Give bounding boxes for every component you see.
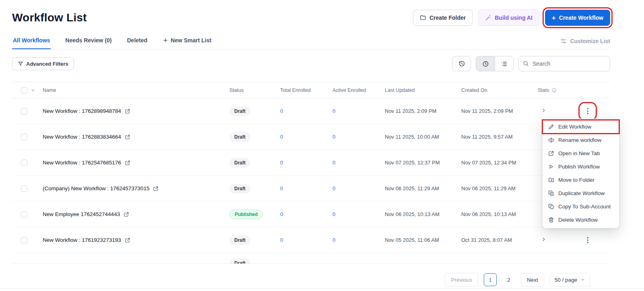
menu-item-open-in-new-tab[interactable]: Open in New Tab bbox=[543, 147, 619, 160]
column-header-total-enrolled: Total Enrolled bbox=[280, 87, 332, 93]
advanced-filters-label: Advanced Filters bbox=[26, 61, 68, 67]
menu-item-copy-to-sub-account[interactable]: Copy To Sub-Account bbox=[543, 200, 619, 213]
pencil-icon bbox=[548, 124, 554, 130]
page-bottom-divider bbox=[0, 288, 644, 289]
create-workflow-button[interactable]: + Create Workflow bbox=[545, 10, 610, 26]
menu-item-edit-workflow[interactable]: Edit Workflow bbox=[543, 120, 619, 133]
tab-all-workflows[interactable]: All Workflows bbox=[12, 35, 51, 49]
active-enrolled-link[interactable]: 0 bbox=[332, 185, 335, 191]
tabs: All Workflows Needs Review (0) Deleted N… bbox=[12, 35, 212, 49]
clock-icon bbox=[482, 60, 489, 67]
history-clock-icon bbox=[458, 60, 465, 67]
last-updated-value: Nov 11 2025, 2:09 PM bbox=[385, 108, 461, 114]
page-title: Workflow List bbox=[12, 11, 87, 24]
workflow-name[interactable]: New Workflow : 1762898948784 bbox=[43, 108, 121, 114]
menu-item-rename-workflow[interactable]: Rename workflow bbox=[543, 133, 619, 147]
list-view-button[interactable] bbox=[495, 56, 513, 71]
row-checkbox[interactable] bbox=[21, 185, 27, 192]
top-bar-actions: Create Folder Build using AI + Create Wo… bbox=[413, 10, 610, 26]
table-row: New Workflow : 1762883834664 Draft 0 0 N… bbox=[12, 124, 610, 150]
create-folder-button[interactable]: Create Folder bbox=[413, 10, 473, 26]
external-link-icon[interactable] bbox=[125, 237, 130, 243]
customize-list-button[interactable]: Customize List bbox=[560, 38, 610, 49]
chevron-right-icon[interactable] bbox=[541, 108, 547, 113]
plus-icon: + bbox=[552, 15, 556, 21]
menu-item-move-to-folder[interactable]: Move to Folder bbox=[543, 173, 619, 187]
tab-deleted[interactable]: Deleted bbox=[126, 35, 148, 49]
rename-icon bbox=[548, 137, 554, 143]
build-using-ai-button[interactable]: Build using AI bbox=[478, 10, 539, 26]
page-2-button[interactable]: 2 bbox=[502, 273, 515, 286]
search-input[interactable] bbox=[518, 56, 610, 71]
new-smart-list-label: New Smart List bbox=[171, 37, 211, 44]
external-link-icon[interactable] bbox=[125, 160, 130, 166]
row-checkbox[interactable] bbox=[21, 237, 27, 243]
menu-item-duplicate-workflow[interactable]: Duplicate Workflow bbox=[543, 187, 619, 200]
active-enrolled-link[interactable]: 0 bbox=[332, 160, 335, 166]
filter-row: Advanced Filters bbox=[12, 56, 610, 71]
tab-needs-review[interactable]: Needs Review (0) bbox=[64, 35, 112, 49]
workflow-table: Name Status Total Enrolled Active Enroll… bbox=[12, 82, 610, 264]
page-size-select[interactable]: 50 / page bbox=[550, 273, 590, 287]
table-row: New Workflow : 1761923273193 Draft 0 0 N… bbox=[12, 227, 610, 253]
status-badge: Draft bbox=[229, 184, 250, 193]
workflow-name[interactable]: (Company) New Workflow : 1762457373015 bbox=[43, 185, 149, 191]
external-link-icon[interactable] bbox=[125, 134, 130, 140]
time-view-button[interactable] bbox=[476, 56, 495, 71]
row-checkbox[interactable] bbox=[21, 108, 27, 114]
active-enrolled-link[interactable]: 0 bbox=[332, 134, 335, 140]
row-menu-button[interactable]: ⋮ bbox=[582, 106, 593, 117]
history-view-button[interactable] bbox=[452, 56, 471, 71]
workflow-name[interactable]: New Employee 1762452744443 bbox=[43, 211, 120, 217]
customize-list-label: Customize List bbox=[570, 38, 610, 44]
workflow-name[interactable]: New Workflow : 1762547685176 bbox=[43, 160, 121, 166]
external-link-icon[interactable] bbox=[125, 108, 130, 114]
new-smart-list-button[interactable]: New Smart List bbox=[162, 35, 212, 49]
select-all-checkbox[interactable] bbox=[21, 87, 27, 94]
external-link-icon[interactable] bbox=[124, 212, 129, 217]
row-menu-button[interactable]: ⋮ bbox=[582, 235, 593, 246]
row-checkbox[interactable] bbox=[21, 134, 27, 140]
last-updated-value: Nov 06 2025, 11:29 AM bbox=[385, 185, 461, 191]
advanced-filters-button[interactable]: Advanced Filters bbox=[12, 57, 74, 70]
top-bar: Workflow List Create Folder Build using … bbox=[12, 0, 610, 26]
status-badge: Draft bbox=[229, 258, 250, 264]
total-enrolled-link[interactable]: 0 bbox=[280, 211, 283, 217]
external-link-icon[interactable] bbox=[153, 186, 159, 191]
plus-icon bbox=[163, 37, 168, 43]
workflow-name[interactable]: New Workflow : 1761923273193 bbox=[43, 237, 121, 243]
tabs-row: All Workflows Needs Review (0) Deleted N… bbox=[12, 35, 610, 50]
page-1-button[interactable]: 1 bbox=[484, 273, 497, 286]
created-on-value: Nov 11 2025, 9:57 AM bbox=[461, 134, 538, 140]
previous-page-button[interactable]: Previous bbox=[445, 273, 478, 287]
next-page-button[interactable]: Next bbox=[521, 273, 544, 287]
row-checkbox[interactable] bbox=[21, 160, 27, 166]
external-link-icon bbox=[548, 150, 554, 156]
total-enrolled-link[interactable]: 0 bbox=[280, 237, 283, 243]
page-size-value: 50 / page bbox=[555, 277, 577, 283]
table-row: New Employee 1762452744443 Published 0 0… bbox=[12, 202, 610, 227]
table-row: New Workflow : 1762547685176 Draft 0 0 N… bbox=[12, 150, 610, 176]
total-enrolled-link[interactable]: 0 bbox=[280, 134, 283, 140]
active-enrolled-link[interactable]: 0 bbox=[332, 108, 335, 114]
table-row: New Workflow : 1762898948784 Draft 0 0 N… bbox=[12, 98, 610, 124]
workflow-name[interactable]: New Workflow : 1762883834664 bbox=[43, 134, 121, 140]
create-folder-label: Create Folder bbox=[429, 15, 466, 21]
total-enrolled-link[interactable]: 0 bbox=[280, 185, 283, 191]
total-enrolled-link[interactable]: 0 bbox=[280, 160, 283, 166]
chevron-right-icon[interactable] bbox=[541, 237, 547, 242]
chevron-down-icon[interactable] bbox=[31, 88, 35, 93]
column-header-name: Name bbox=[43, 87, 229, 93]
menu-item-delete-workflow[interactable]: Delete Workflow bbox=[543, 213, 619, 227]
row-checkbox[interactable] bbox=[21, 211, 27, 218]
active-enrolled-link[interactable]: 0 bbox=[332, 211, 335, 217]
status-badge: Draft bbox=[229, 158, 250, 168]
status-badge: Draft bbox=[229, 235, 250, 245]
copy-icon bbox=[548, 204, 554, 210]
status-badge: Draft bbox=[229, 132, 250, 142]
search-box bbox=[518, 56, 610, 71]
total-enrolled-link[interactable]: 0 bbox=[280, 108, 283, 114]
menu-item-publish-workflow[interactable]: Publish Workflow bbox=[543, 160, 619, 173]
last-updated-value: Nov 11 2025, 10:00 AM bbox=[385, 134, 461, 140]
active-enrolled-link[interactable]: 0 bbox=[332, 237, 335, 243]
